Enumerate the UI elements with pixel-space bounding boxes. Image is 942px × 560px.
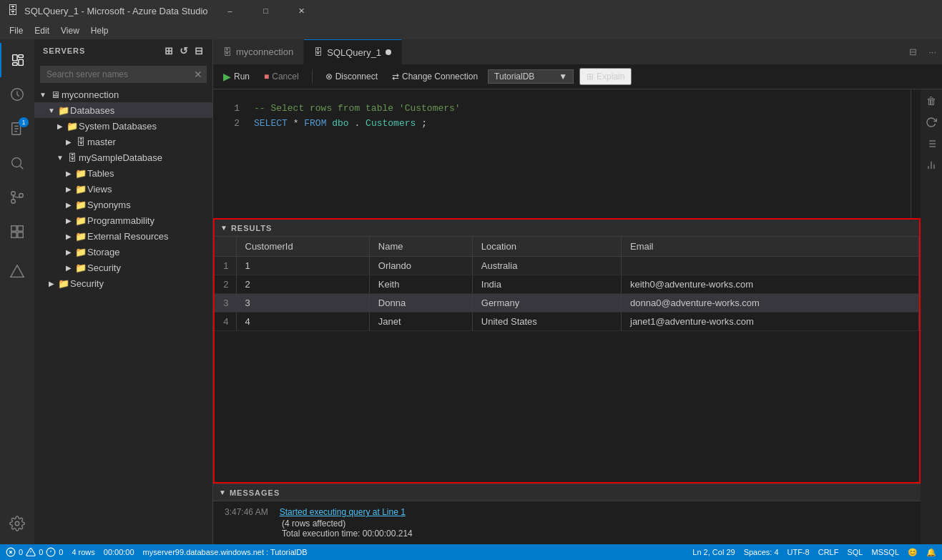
run-button[interactable]: ▶ Run [219,69,254,84]
status-encoding[interactable]: UTF-8 [788,548,810,557]
tab-label: myconnection [236,46,293,57]
table-row[interactable]: 11OrlandoAustralia [215,257,919,275]
status-language[interactable]: SQL [847,548,863,557]
table-row[interactable]: 22KeithIndiakeith0@adventure-works.com [215,275,919,294]
tree-item-synonyms[interactable]: ▶ 📁 Synonyms [34,197,212,212]
svg-rect-0 [13,55,17,61]
table-cell: Germany [472,294,621,313]
cancel-button[interactable]: ■ Cancel [260,69,303,84]
row-num-header [215,237,236,257]
sort-button[interactable] [923,135,940,152]
activity-git[interactable] [0,180,34,215]
folder-icon: 📁 [74,231,87,242]
status-spaces[interactable]: Spaces: 4 [744,548,779,557]
tab-label: SQLQuery_1 [327,47,381,58]
explain-button[interactable]: ⊞ Explain [579,68,632,85]
status-server[interactable]: myserver99.database.windows.net : Tutori… [143,547,308,557]
tab-more-icon[interactable]: ··· [923,39,942,64]
activity-extensions[interactable] [0,215,34,249]
arrow-icon: ▼ [46,107,57,114]
menu-help[interactable]: Help [85,24,114,37]
tab-myconnection[interactable]: 🗄 myconnection [213,39,304,64]
menu-view[interactable]: View [55,24,85,37]
activity-history[interactable] [0,77,34,112]
code-area[interactable]: 1 2 -- Select rows from table 'Customers… [213,89,921,218]
data-table: CustomerId Name Location Email 11Orlando… [215,237,919,331]
position-text: Ln 2, Col 29 [692,548,735,556]
editor-content: 1 2 -- Select rows from table 'Customers… [213,89,921,544]
tree-item-databases[interactable]: ▼ 📁 Databases [34,102,212,118]
play-icon: ▶ [223,71,231,82]
code-line-2: SELECT * FROM dbo . Customers ; [254,116,912,131]
status-dialect[interactable]: MSSQL [871,548,899,557]
results-table[interactable]: CustomerId Name Location Email 11Orlando… [215,237,919,482]
tree-item-security1[interactable]: ▶ 📁 Security [34,260,212,275]
activity-notebooks[interactable]: 1 [0,112,34,146]
table-row[interactable]: 44JanetUnited Statesjanet1@adventure-wor… [215,313,919,331]
messages-header: ▼ MESSAGES [213,484,921,501]
code-space: * [293,118,305,129]
tab-icon: 🗄 [223,47,232,57]
maximize-button[interactable]: □ [250,0,283,21]
msg-link[interactable]: Started executing query at Line 1 [280,507,406,517]
close-button[interactable]: ✕ [285,0,318,21]
cancel-icon: ■ [264,72,269,82]
status-position[interactable]: Ln 2, Col 29 [692,548,735,557]
tree-item-master[interactable]: ▶ 🗄 master [34,134,212,149]
table-row[interactable]: 33DonnaGermanydonna0@adventure-works.com [215,294,919,313]
activity-search[interactable] [0,146,34,180]
disconnect-button[interactable]: ⊗ Disconnect [321,69,382,84]
new-connection-icon[interactable]: ⊞ [165,45,174,57]
database-selector[interactable]: TutorialDB ▼ [488,69,574,84]
svg-rect-16 [18,226,23,231]
search-input[interactable] [40,66,207,83]
status-error-icon[interactable]: 0 0 0 [6,547,63,557]
tree-item-systemdbs[interactable]: ▶ 📁 System Databases [34,118,212,134]
minimize-button[interactable]: – [214,0,247,21]
menu-edit[interactable]: Edit [29,24,55,37]
activity-deployments[interactable] [0,255,34,289]
tree-item-security2[interactable]: ▶ 📁 Security [34,275,212,291]
status-row-count[interactable]: 4 rows [72,547,94,557]
search-clear-icon[interactable]: ✕ [194,69,202,80]
tree-item-tables[interactable]: ▶ 📁 Tables [34,165,212,181]
status-smiley-icon[interactable]: 😊 [908,548,918,557]
menu-file[interactable]: File [4,24,29,37]
tree-item-views[interactable]: ▶ 📁 Views [34,181,212,197]
table-cell: janet1@adventure-works.com [622,313,919,331]
arrow-icon: ▶ [63,217,74,225]
explain-label: Explain [597,72,624,82]
svg-rect-15 [11,226,16,231]
status-bell-icon[interactable]: 🔔 [926,548,936,557]
chart-button[interactable] [923,157,940,174]
activity-settings[interactable] [0,506,34,541]
tree-item-external[interactable]: ▶ 📁 External Resources [34,228,212,244]
table-cell: India [472,275,621,294]
svg-rect-1 [19,55,23,58]
vertical-scrollbar[interactable] [911,89,921,218]
tree-item-myconnection[interactable]: ▼ 🖥 myconnection [34,87,212,102]
collapse-icon[interactable]: ⊟ [195,45,204,57]
activity-explorer[interactable] [0,43,34,77]
refresh-icon[interactable]: ↺ [180,45,189,57]
messages-panel: ▼ MESSAGES 3:47:46 AM Started executing … [213,483,921,544]
tree-item-programmability[interactable]: ▶ 📁 Programmability [34,212,212,228]
tree-item-mysample[interactable]: ▼ 🗄 mySampleDatabase [34,149,212,165]
clear-results-button[interactable]: 🗑 [923,92,940,109]
svg-point-13 [19,194,24,198]
change-connection-label: Change Connection [402,72,478,82]
tab-sqlquery1[interactable]: 🗄 SQLQuery_1 [304,39,402,64]
refresh-button[interactable] [923,114,940,131]
folder-icon: 📁 [57,278,70,289]
semicolon: ; [421,118,427,129]
status-line-ending[interactable]: CRLF [818,548,839,557]
tree-item-storage[interactable]: ▶ 📁 Storage [34,244,212,260]
results-title: RESULTS [231,224,273,232]
server-icon: 🖥 [49,89,62,100]
code-content[interactable]: -- Select rows from table 'Customers' SE… [245,95,921,212]
schema-ref: dbo [332,118,348,129]
change-connection-button[interactable]: ⇄ Change Connection [388,69,482,84]
results-header: ▼ RESULTS [215,220,919,237]
sidebar: SERVERS ⊞ ↺ ⊟ ✕ ▼ 🖥 myconnection [34,39,213,544]
tab-layout-icon[interactable]: ⊟ [903,39,923,64]
